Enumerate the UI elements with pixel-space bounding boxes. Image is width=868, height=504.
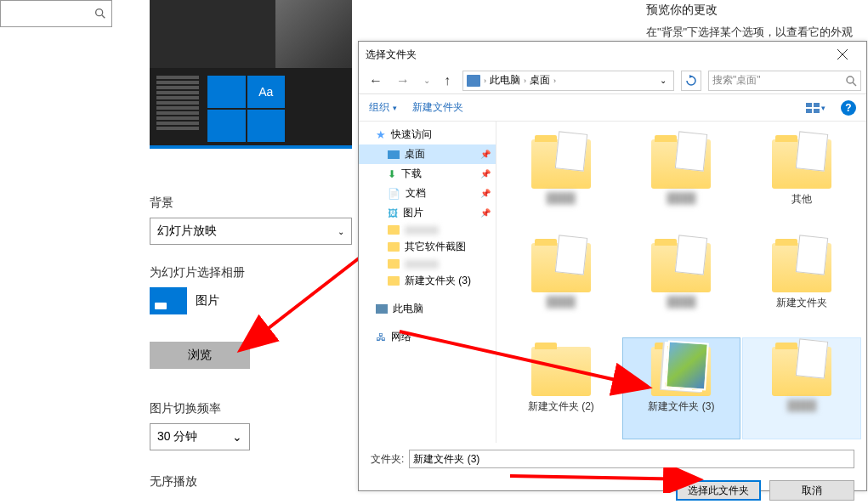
help-title: 预览你的更改 <box>646 0 859 19</box>
file-item-label: 其他 <box>791 192 812 207</box>
folder-icon <box>531 347 591 396</box>
dialog-toolbar: 组织▾ 新建文件夹 ▾ ? <box>359 94 866 122</box>
svg-line-8 <box>853 82 856 86</box>
refresh-button[interactable] <box>681 71 701 91</box>
file-item[interactable]: ████ <box>622 234 741 336</box>
file-item[interactable]: 其他 <box>742 130 861 232</box>
file-item-label: ████ <box>547 296 576 308</box>
breadcrumb-sep: › <box>553 76 556 85</box>
breadcrumb-sep: › <box>524 76 526 85</box>
file-item-label: 新建文件夹 (2) <box>528 399 594 414</box>
tree-folder-item[interactable] <box>359 257 496 271</box>
svg-rect-12 <box>814 109 820 113</box>
folder-icon <box>531 243 591 292</box>
file-item[interactable]: ████ <box>502 234 621 336</box>
desktop-preview: Aa <box>150 0 352 149</box>
download-icon: ⬇ <box>388 168 396 180</box>
star-icon: ★ <box>376 128 386 141</box>
dialog-nav: ← → ⌄ ↑ › 此电脑 › 桌面 › ⌄ 搜索"桌面" <box>359 67 866 94</box>
file-item-label: ████ <box>667 192 695 204</box>
folder-icon <box>651 243 711 292</box>
pc-icon <box>376 304 388 314</box>
folder-picker-dialog: 选择文件夹 ← → ⌄ ↑ › 此电脑 › 桌面 › ⌄ 搜索"桌面" 组织▾ … <box>358 41 867 491</box>
file-grid[interactable]: ████████其他████████新建文件夹新建文件夹 (2)新建文件夹 (3… <box>496 122 866 443</box>
folder-name-input[interactable] <box>409 450 854 468</box>
file-item[interactable]: 新建文件夹 <box>742 234 861 336</box>
browse-button[interactable]: 浏览 <box>150 342 250 369</box>
tree-desktop[interactable]: 桌面📌 <box>359 144 496 164</box>
search-placeholder: 搜索"桌面" <box>712 73 761 88</box>
album-label: 为幻灯片选择相册 <box>150 265 245 280</box>
folder-icon <box>651 347 711 396</box>
breadcrumb-location[interactable]: 桌面 <box>530 73 550 88</box>
tree-newfolder3[interactable]: 新建文件夹 (3) <box>359 271 496 291</box>
file-item[interactable]: 新建文件夹 (3) <box>622 337 741 439</box>
svg-rect-11 <box>806 109 812 113</box>
shuffle-label: 无序播放 <box>150 474 197 490</box>
nav-forward[interactable]: → <box>391 73 415 88</box>
file-item[interactable]: 新建文件夹 (2) <box>502 337 621 439</box>
svg-rect-9 <box>806 103 812 107</box>
chevron-down-icon: ⌄ <box>338 227 344 236</box>
search-icon <box>845 75 857 87</box>
close-icon <box>837 49 848 59</box>
pin-icon: 📌 <box>480 189 491 198</box>
folder-icon <box>772 243 831 292</box>
tree-pictures[interactable]: 🖼图片📌 <box>359 203 496 223</box>
frequency-dropdown[interactable]: 30 分钟 ⌄ <box>150 423 250 450</box>
close-button[interactable] <box>825 42 859 66</box>
toolbar-new-folder[interactable]: 新建文件夹 <box>412 100 463 115</box>
background-value: 幻灯片放映 <box>157 224 217 239</box>
file-item[interactable]: ████ <box>622 130 741 232</box>
dialog-search-box[interactable]: 搜索"桌面" <box>708 71 861 91</box>
cancel-button[interactable]: 取消 <box>769 480 854 501</box>
dialog-titlebar: 选择文件夹 <box>359 42 866 67</box>
tree-network[interactable]: 🖧网络 <box>359 327 496 347</box>
folder-icon <box>772 347 831 396</box>
nav-back[interactable]: ← <box>364 73 388 88</box>
file-item[interactable]: ████ <box>742 337 861 439</box>
nav-up[interactable]: ↑ <box>439 73 456 88</box>
file-item-label: ████ <box>547 192 576 204</box>
chevron-down-icon: ⌄ <box>232 430 242 444</box>
breadcrumb-sep: › <box>484 76 486 85</box>
folder-icon <box>651 139 711 189</box>
nav-history[interactable]: ⌄ <box>418 76 435 85</box>
toolbar-organize[interactable]: 组织 <box>369 100 389 115</box>
desktop-icon <box>388 150 400 159</box>
tree-folder-item[interactable] <box>359 223 496 237</box>
select-folder-button[interactable]: 选择此文件夹 <box>676 480 761 501</box>
file-item-label: 新建文件夹 <box>776 296 827 310</box>
frequency-label: 图片切换频率 <box>150 401 250 416</box>
album-folder-icon <box>150 287 187 314</box>
svg-rect-10 <box>814 103 820 107</box>
folder-icon <box>531 139 591 189</box>
breadcrumb-pc[interactable]: 此电脑 <box>490 73 520 88</box>
svg-point-7 <box>847 76 854 83</box>
document-icon: 📄 <box>388 188 400 200</box>
folder-icon <box>388 242 400 252</box>
tree-quick-access[interactable]: ★快速访问 <box>359 125 496 144</box>
file-item-label: ████ <box>787 399 816 411</box>
tree-this-pc[interactable]: 此电脑 <box>359 299 496 319</box>
preview-aa-tile: Aa <box>247 76 286 108</box>
tree-documents[interactable]: 📄文档📌 <box>359 184 496 203</box>
help-button[interactable]: ? <box>841 100 856 116</box>
view-icon <box>806 103 820 113</box>
nav-tree[interactable]: ★快速访问 桌面📌 ⬇下载📌 📄文档📌 🖼图片📌 其它软件截图 新建文件夹 (3… <box>359 122 496 443</box>
file-item[interactable]: ████ <box>502 130 621 232</box>
pin-icon: 📌 <box>480 169 491 178</box>
address-bar[interactable]: › 此电脑 › 桌面 › ⌄ <box>462 71 674 91</box>
pc-icon <box>467 75 480 87</box>
background-dropdown[interactable]: 幻灯片放映 ⌄ <box>150 218 352 245</box>
search-icon <box>94 7 107 20</box>
address-dropdown[interactable]: ⌄ <box>656 76 670 85</box>
pictures-icon: 🖼 <box>388 207 398 219</box>
file-item-label: ████ <box>667 296 695 308</box>
view-mode-button[interactable]: ▾ <box>806 103 825 113</box>
refresh-icon <box>685 75 697 87</box>
settings-search-box[interactable] <box>0 0 112 27</box>
folder-icon <box>388 225 400 235</box>
tree-downloads[interactable]: ⬇下载📌 <box>359 164 496 184</box>
tree-screenshots[interactable]: 其它软件截图 <box>359 237 496 257</box>
